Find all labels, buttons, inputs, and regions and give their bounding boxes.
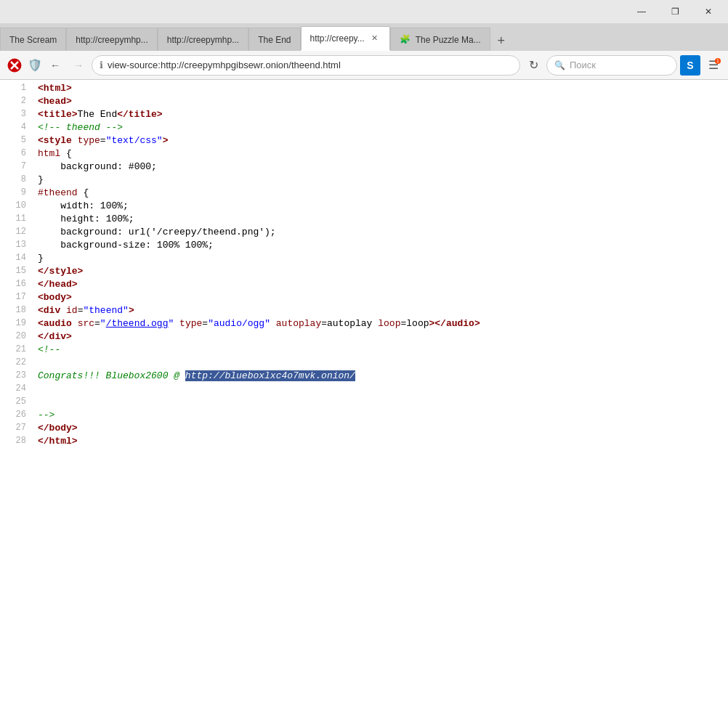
line-27: 27 </body> (0, 423, 728, 436)
tabs-row: The Scream http://creepymhp... http://cr… (0, 23, 728, 51)
tab-label: The Puzzle Ma... (416, 35, 481, 45)
titlebar: — ❐ ✕ (0, 0, 728, 23)
tab-creepy-2[interactable]: http://creepymhp... (158, 28, 248, 51)
skype-button[interactable]: S (680, 55, 700, 76)
line-10: 10 width: 100%; (0, 200, 728, 213)
back-button[interactable]: ← (45, 55, 65, 76)
line-11: 11 height: 100%; (0, 213, 728, 227)
highlighted-url: http://blueboxlxc4o7mvk.onion/ (185, 370, 355, 381)
line-21: 21 <!-- (0, 344, 728, 357)
security-icon[interactable] (4, 55, 25, 76)
line-15: 15 </style> (0, 266, 728, 279)
line-3: 3 <title>The End</title> (0, 109, 728, 122)
line-22: 22 (0, 357, 728, 370)
favicon-icon: 🛡️ (28, 58, 42, 72)
tab-label: http://creepymhp... (167, 35, 239, 45)
tab-close-icon[interactable]: ✕ (369, 33, 381, 44)
line-17: 17 <body> (0, 292, 728, 305)
search-bar[interactable]: 🔍 Поиск (546, 55, 677, 76)
tab-creepy-active[interactable]: http://creepy... ✕ (301, 26, 390, 51)
puzzle-icon: 🧩 (400, 34, 411, 46)
line-28: 28 </html> (0, 436, 728, 449)
line-13: 13 background-size: 100% 100%; (0, 240, 728, 253)
line-12: 12 background: url('/creepy/theend.png')… (0, 227, 728, 240)
tab-label: http://creepy... (310, 33, 365, 44)
tab-the-end[interactable]: The End (248, 28, 300, 51)
search-icon: 🔍 (554, 60, 565, 70)
line-16: 16 </head> (0, 279, 728, 292)
line-23: 23 Congrats!!! Bluebox2600 @ http://blue… (0, 370, 728, 383)
addressbar-row: 🛡️ ← → ℹ view-source:http://creepymhpgib… (0, 51, 728, 80)
close-button[interactable]: ✕ (692, 0, 725, 23)
line-14: 14 } (0, 253, 728, 266)
tab-label: http://creepymhp... (76, 35, 147, 45)
tab-label: The Scream (9, 35, 57, 45)
menu-badge: 1 (715, 58, 721, 64)
maximize-button[interactable]: ❐ (658, 0, 692, 23)
line-25: 25 (0, 396, 728, 410)
line-18: 18 <div id="theend"> (0, 305, 728, 318)
new-tab-button[interactable]: + (490, 30, 512, 51)
address-bar[interactable]: ℹ view-source:http://creepymhpgibsewr.on… (92, 55, 520, 76)
line-2: 2 <head> (0, 96, 728, 109)
line-8: 8 } (0, 174, 728, 187)
line-1: 1 <html> (0, 83, 728, 96)
tab-the-scream[interactable]: The Scream (0, 28, 66, 51)
search-placeholder: Поиск (570, 60, 596, 70)
refresh-button[interactable]: ↻ (523, 55, 543, 76)
menu-button[interactable]: ☰ 1 (703, 55, 724, 76)
browser-window: — ❐ ✕ The Scream http://creepymhp... htt… (0, 0, 728, 716)
line-19: 19 <audio src="/theend.ogg" type="audio/… (0, 318, 728, 331)
line-24: 24 (0, 383, 728, 396)
tab-puzzle[interactable]: 🧩 The Puzzle Ma... (390, 28, 490, 51)
address-text: view-source:http://creepymhpgibsewr.onio… (108, 60, 512, 70)
tab-creepy-1[interactable]: http://creepymhp... (66, 28, 157, 51)
minimize-button[interactable]: — (625, 0, 658, 23)
line-7: 7 background: #000; (0, 161, 728, 174)
forward-button[interactable]: → (68, 55, 89, 76)
line-26: 26 --> (0, 410, 728, 423)
tab-label: The End (258, 35, 291, 45)
line-4: 4 <!-- theend --> (0, 122, 728, 135)
line-5: 5 <style type="text/css"> (0, 135, 728, 148)
line-6: 6 html { (0, 148, 728, 161)
line-9: 9 #theend { (0, 187, 728, 200)
info-icon: ℹ (100, 60, 103, 70)
line-20: 20 </div> (0, 331, 728, 344)
titlebar-controls: — ❐ ✕ (625, 0, 725, 23)
source-view[interactable]: 1 <html> 2 <head> 3 <title>The End</titl… (0, 80, 728, 716)
